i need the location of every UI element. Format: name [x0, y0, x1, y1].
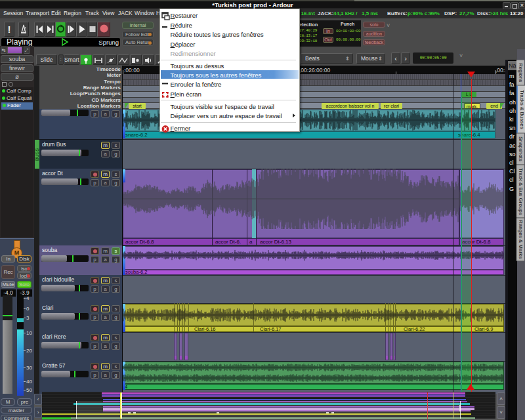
svg-text:!: !: [8, 24, 11, 35]
